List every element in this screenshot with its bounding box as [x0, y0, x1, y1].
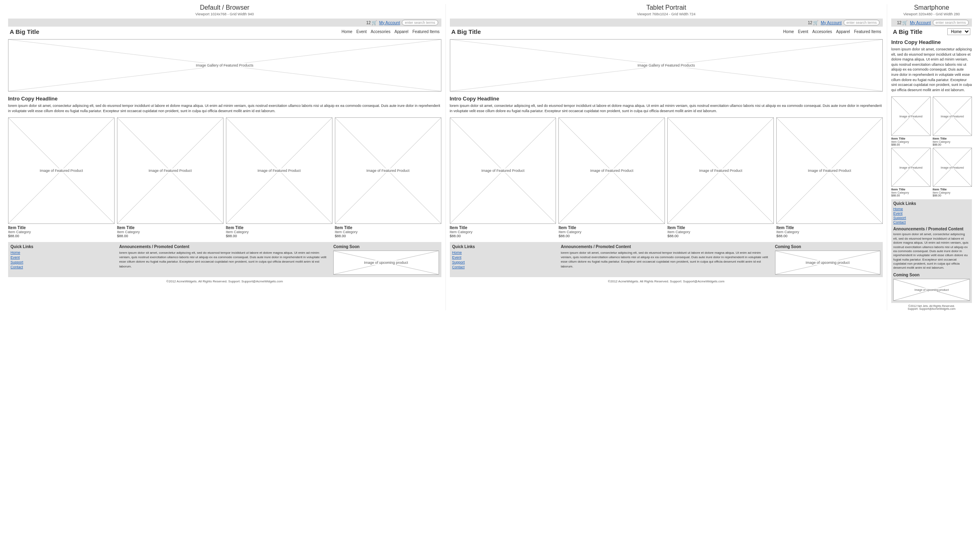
svg-line-23: [775, 251, 880, 274]
sm-product-title-1: Item Title: [891, 137, 931, 140]
tablet-footer-quicklinks: Quick Links Home Event Support Contact: [452, 244, 558, 275]
tablet-footer-link-support[interactable]: Support: [452, 260, 558, 264]
tablet-copyright: ©2012 AcmeWidgets. All Rights Reserved. …: [450, 280, 883, 283]
announcements-title: Announcements / Promoted Content: [119, 244, 330, 249]
tablet-nav-apparel[interactable]: Apparel: [836, 29, 850, 34]
nav-accesories[interactable]: Accesories: [371, 29, 391, 34]
search-box-default[interactable]: enter search terms: [402, 20, 438, 25]
sm-product-image-2: Image of Featured: [933, 96, 972, 136]
product-category-2: Item Category: [117, 230, 224, 234]
tablet-product-image-4: Image of Featured Product: [776, 117, 883, 224]
svg-line-18: [668, 118, 773, 223]
tablet-nav: A Big Title Home Event Accesories Appare…: [450, 27, 883, 37]
sm-nav-dropdown[interactable]: Home: [947, 28, 970, 35]
sm-product-image-label-3: Image of Featured: [898, 165, 924, 169]
default-intro-headline: Intro Copy Headline: [8, 96, 441, 102]
sm-announcements-copy: lorem ipsum dolor sit amet, consectetur …: [893, 232, 970, 270]
sm-footer: Quick Links Home Event Support Contact A…: [891, 199, 972, 303]
default-footer-quicklinks: Quick Links Home Event Support Contact: [10, 244, 116, 275]
footer-link-home[interactable]: Home: [10, 251, 116, 255]
product-category-4: Item Category: [335, 230, 441, 234]
coming-image-label-default: Image of upcoming product: [363, 260, 409, 265]
tablet-product-image-3: Image of Featured Product: [667, 117, 774, 224]
tablet-product-image-2: Image of Featured Product: [558, 117, 665, 224]
sm-cart-count: 12: [897, 21, 901, 25]
sm-product-price-2: $88.00: [933, 143, 972, 146]
svg-line-28: [892, 148, 930, 187]
sm-product-image-1: Image of Featured: [891, 96, 931, 136]
default-topbar: 12 🛒 My Account enter search terms: [8, 19, 441, 27]
tablet-subtitle: Viewport 768x1024 - Grid Width 724: [450, 12, 883, 16]
svg-line-31: [933, 148, 972, 187]
tablet-product-image-label-1: Image of Featured Product: [480, 168, 526, 173]
svg-line-19: [668, 118, 773, 223]
tablet-product-card-2: Image of Featured Product Item Title Ite…: [558, 117, 665, 238]
tablet-nav-accesories[interactable]: Accesories: [812, 29, 832, 34]
search-box-sm[interactable]: enter search terms: [933, 20, 969, 25]
svg-line-3: [8, 118, 114, 223]
tablet-title: Tablet Portrait: [450, 4, 883, 11]
product-card-3: Image of Featured Product Item Title Ite…: [226, 117, 332, 238]
svg-line-14: [450, 118, 556, 223]
sm-product-grid-2: Image of Featured Item Title Item Catego…: [891, 148, 972, 197]
default-gallery-hero: Image Gallery of Featured Products: [8, 39, 441, 92]
search-box-tablet[interactable]: enter search terms: [844, 20, 880, 25]
search-placeholder-sm: enter search terms: [936, 21, 966, 25]
sm-nav: A Big Title Home: [891, 27, 972, 37]
sm-product-price-4: $88.00: [933, 194, 972, 197]
page-wrapper: Default / Browser Viewport 1024x768 - Gr…: [0, 0, 980, 314]
sm-footer-link-event[interactable]: Event: [893, 211, 970, 215]
tablet-footer: Quick Links Home Event Support Contact A…: [450, 242, 883, 277]
tablet-product-price-2: $88.00: [558, 234, 665, 238]
announcements-copy: lorem ipsum dolor sit amet, consectetur …: [119, 251, 330, 269]
tablet-footer-links: Home Event Support Contact: [452, 251, 558, 269]
tablet-footer-link-contact[interactable]: Contact: [452, 265, 558, 269]
sm-product-image-label-4: Image of Featured: [940, 165, 965, 169]
cart-icon: 🛒: [372, 20, 377, 25]
tablet-nav-featured[interactable]: Featured Items: [854, 29, 881, 34]
account-link-tablet[interactable]: My Account: [821, 21, 842, 25]
tablet-announcements-title: Announcements / Promoted Content: [561, 244, 772, 249]
sm-footer-link-home[interactable]: Home: [893, 207, 970, 211]
svg-line-5: [117, 118, 223, 223]
nav-event[interactable]: Event: [356, 29, 367, 34]
tablet-nav-home[interactable]: Home: [783, 29, 794, 34]
nav-home[interactable]: Home: [342, 29, 353, 34]
footer-link-event[interactable]: Event: [10, 255, 116, 259]
sm-footer-link-support[interactable]: Support: [893, 216, 970, 220]
sm-product-category-1: Item Category: [891, 140, 931, 143]
svg-line-21: [777, 118, 882, 223]
product-card-1: Image of Featured Product Item Title Ite…: [8, 117, 115, 238]
tablet-site-title: A Big Title: [451, 28, 481, 35]
sm-product-title-2: Item Title: [933, 137, 972, 140]
tablet-footer-link-home[interactable]: Home: [452, 251, 558, 255]
account-link-sm[interactable]: My Account: [910, 21, 931, 25]
svg-line-2: [8, 118, 114, 223]
product-image-label-4: Image of Featured Product: [365, 168, 411, 173]
footer-link-contact[interactable]: Contact: [10, 265, 116, 269]
sm-copyright-text: ©2012 Net Jets. All Rights Reserved.: [908, 305, 955, 307]
svg-line-6: [226, 118, 332, 223]
sm-footer-link-contact[interactable]: Contact: [893, 220, 970, 224]
product-image-2: Image of Featured Product: [117, 117, 224, 224]
tablet-footer-link-event[interactable]: Event: [452, 255, 558, 259]
tablet-product-category-4: Item Category: [776, 230, 883, 234]
footer-link-support[interactable]: Support: [10, 260, 116, 264]
tablet-nav-event[interactable]: Event: [798, 29, 809, 34]
svg-line-13: [450, 40, 883, 91]
tablet-product-price-1: $88.00: [450, 234, 556, 238]
default-product-grid: Image of Featured Product Item Title Ite…: [8, 117, 441, 238]
nav-featured[interactable]: Featured Items: [412, 29, 439, 34]
sm-copyright: ©2012 Net Jets. All Rights Reserved. Sup…: [891, 305, 972, 310]
nav-apparel[interactable]: Apparel: [395, 29, 408, 34]
sm-product-image-label-1: Image of Featured: [898, 115, 924, 118]
tablet-cart-count: 12: [808, 21, 812, 25]
svg-line-15: [450, 118, 556, 223]
gallery-label-tablet: Image Gallery of Featured Products: [636, 63, 696, 68]
sm-product-image-3: Image of Featured: [891, 148, 931, 187]
account-link-default[interactable]: My Account: [379, 21, 400, 25]
sm-coming-image: Image of upcoming product: [893, 279, 970, 301]
tablet-product-category-3: Item Category: [667, 230, 774, 234]
product-title-3: Item Title: [226, 226, 332, 230]
tablet-product-title-2: Item Title: [558, 226, 665, 230]
